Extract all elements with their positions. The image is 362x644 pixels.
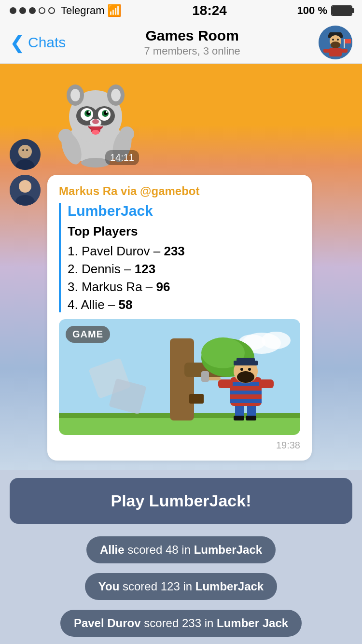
score-1: 233 xyxy=(164,244,184,258)
rank-3: 3. Markus Ra – xyxy=(68,280,156,294)
chat-avatar[interactable] xyxy=(319,26,352,59)
svg-rect-72 xyxy=(234,361,258,365)
nav-title-block: Games Room 7 members, 3 online xyxy=(66,28,319,57)
sender-avatar-2 xyxy=(10,175,41,206)
message-time: 19:38 xyxy=(59,440,300,451)
svg-point-43 xyxy=(19,180,31,193)
rank-2: 2. Dennis – xyxy=(68,262,135,276)
chat-title: Games Room xyxy=(66,28,319,44)
svg-point-13 xyxy=(18,145,32,158)
game-message-row: Markus Ra via @gamebot LumberJack Top Pl… xyxy=(0,175,362,465)
svg-rect-7 xyxy=(329,48,342,56)
svg-rect-61 xyxy=(246,416,256,420)
score-notif-1-game: LumberJack xyxy=(194,543,262,556)
svg-point-31 xyxy=(88,111,90,113)
score-notif-3-middle: scored 233 in xyxy=(144,616,217,630)
message-sender: Markus Ra via @gamebot xyxy=(59,184,300,198)
svg-rect-64 xyxy=(230,391,262,394)
back-label: Chats xyxy=(28,34,66,51)
svg-point-49 xyxy=(262,332,291,349)
svg-point-38 xyxy=(58,129,73,143)
score-notif-row-1: Allie scored 48 in LumberJack xyxy=(10,532,352,568)
score-notif-3-name: Pavel Durov xyxy=(74,616,141,630)
battery-fill xyxy=(332,6,351,15)
svg-point-73 xyxy=(237,371,254,383)
svg-rect-66 xyxy=(218,379,233,388)
svg-point-40 xyxy=(120,126,134,141)
svg-rect-9 xyxy=(341,49,348,53)
svg-point-6 xyxy=(337,39,339,41)
svg-point-36 xyxy=(92,130,99,135)
status-bar: Telegram 📶 18:24 100 % xyxy=(0,0,362,21)
score-notification-2: You scored 123 in LumberJack xyxy=(85,573,277,600)
leaderboard-title: Top Players xyxy=(68,224,300,239)
signal-dot5 xyxy=(48,7,55,14)
nav-bar: ❮ Chats Games Room 7 members, 3 online xyxy=(0,21,362,64)
svg-point-32 xyxy=(106,111,108,113)
play-lumberjack-button[interactable]: Play LumberJack! xyxy=(10,478,352,524)
svg-rect-8 xyxy=(323,49,330,53)
svg-point-4 xyxy=(331,42,340,48)
score-2: 123 xyxy=(135,262,155,276)
battery-label: 100 % xyxy=(297,4,327,17)
score-notif-1-middle: scored 48 in xyxy=(127,543,194,556)
signal-dot2 xyxy=(19,7,26,14)
pavel-avatar-svg xyxy=(10,139,41,170)
score-4: 58 xyxy=(119,297,133,312)
play-button-row: Play LumberJack! xyxy=(0,470,362,529)
svg-rect-11 xyxy=(345,39,351,43)
chat-subtitle: 7 members, 3 online xyxy=(66,45,319,57)
leaderboard-item-1: 1. Pavel Durov – 233 xyxy=(68,244,300,259)
svg-rect-10 xyxy=(344,39,345,48)
back-arrow-icon: ❮ xyxy=(10,33,25,52)
status-time: 18:24 xyxy=(192,3,227,18)
svg-rect-53 xyxy=(170,338,194,420)
signal-dot1 xyxy=(10,7,16,14)
sticker-time: 14:11 xyxy=(105,150,139,165)
svg-point-74 xyxy=(240,368,243,371)
svg-rect-69 xyxy=(201,371,209,382)
sender-avatar xyxy=(10,139,41,170)
rank-1: 1. Pavel Durov – xyxy=(68,244,164,258)
rank-4: 4. Allie – xyxy=(68,297,119,312)
svg-rect-65 xyxy=(230,399,262,403)
game-badge: GAME xyxy=(66,326,110,343)
sticker: 14:11 xyxy=(47,73,144,170)
svg-point-15 xyxy=(22,149,24,151)
score-notification-1: Allie scored 48 in LumberJack xyxy=(86,536,276,563)
score-notif-2-game: LumberJack xyxy=(195,580,264,593)
wifi-icon: 📶 xyxy=(107,4,122,17)
leaderboard-item-3: 3. Markus Ra – 96 xyxy=(68,280,300,294)
leaderboard-item-2: 2. Dennis – 123 xyxy=(68,262,300,277)
svg-point-16 xyxy=(26,149,28,151)
score-notif-row-2: You scored 123 in LumberJack xyxy=(10,568,352,605)
chat-background: 14:11 Markus Ra via @gamebot LumberJack … xyxy=(0,64,362,470)
game-message-bubble: Markus Ra via @gamebot LumberJack Top Pl… xyxy=(47,175,312,461)
sticker-message-row: 14:11 xyxy=(0,69,362,175)
game-preview[interactable]: GAME xyxy=(59,319,300,435)
score-notif-2-name: You xyxy=(98,580,120,593)
score-notif-3-game: Lumber Jack xyxy=(217,616,288,630)
battery-icon xyxy=(331,5,352,16)
game-title: LumberJack xyxy=(68,203,300,219)
signal-dot4 xyxy=(39,7,45,14)
score-3: 96 xyxy=(156,280,170,294)
svg-rect-67 xyxy=(259,379,274,388)
carrier-label: Telegram xyxy=(61,4,104,17)
svg-point-75 xyxy=(248,368,251,371)
score-notif-2-middle: scored 123 in xyxy=(123,580,195,593)
score-notif-row-3: Pavel Durov scored 233 in Lumber Jack xyxy=(10,605,352,642)
svg-point-20 xyxy=(70,89,80,101)
score-notifications: Allie scored 48 in LumberJack You scored… xyxy=(0,529,362,644)
avatar-svg xyxy=(319,26,352,59)
score-notif-1-name: Allie xyxy=(100,543,125,556)
sender2-avatar-svg xyxy=(10,175,41,206)
score-notification-3: Pavel Durov scored 233 in Lumber Jack xyxy=(60,610,302,637)
back-button[interactable]: ❮ Chats xyxy=(10,33,66,52)
status-left: Telegram 📶 xyxy=(10,4,122,17)
svg-rect-57 xyxy=(189,394,204,404)
status-right: 100 % xyxy=(297,4,352,17)
svg-point-5 xyxy=(332,39,334,41)
svg-point-34 xyxy=(92,119,99,124)
leaderboard-item-4: 4. Allie – 58 xyxy=(68,297,300,312)
